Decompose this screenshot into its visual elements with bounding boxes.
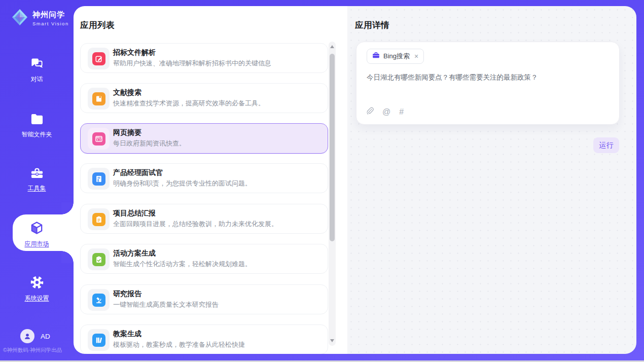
sidebar-item-settings[interactable]: 系统设置 <box>0 275 74 303</box>
scrollbar-thumb[interactable] <box>330 54 335 241</box>
app-desc: 每日政府新闻资讯快查。 <box>113 139 186 148</box>
list-item-project-summary[interactable]: 项目总结汇报 全面回顾项目进展，总结经验教训，助力未来优化发展。 <box>80 204 328 234</box>
book-icon <box>88 88 110 110</box>
folder-icon <box>30 119 44 127</box>
tool-chip-label: Bing搜索 <box>383 52 410 61</box>
app-desc: 一键智能生成高质量长文本研究报告 <box>113 300 219 309</box>
sidebar-item-label: 系统设置 <box>0 294 74 303</box>
blob-corner-bottom <box>61 251 74 263</box>
prompt-card: Bing搜索 × 今日湖北有哪些新闻要点？有哪些需要关注的最新政策？ @ # <box>356 42 620 125</box>
app-name: 项目总结汇报 <box>113 209 156 218</box>
microscope-icon <box>88 289 110 311</box>
copyright-text: ©神州数码·神州问学出品 <box>3 347 72 354</box>
toolbox-icon <box>30 172 44 181</box>
brand-subtitle: Smart Vision <box>32 21 69 26</box>
app-list-panel: 应用列表 招标文件解析 帮助用户快速、准确地理解和解析招标书中的关键信息 <box>74 6 347 354</box>
app-name: 研究报告 <box>113 289 141 299</box>
clipboard-check-icon <box>88 248 110 270</box>
app-name: 产品经理面试官 <box>113 168 163 177</box>
clipboard-report-icon <box>88 208 110 230</box>
brand-logo: 神州问学 Smart Vision <box>10 8 69 29</box>
browser-code-icon <box>88 128 110 150</box>
tool-chip-bing-search[interactable]: Bing搜索 × <box>367 49 424 64</box>
hashtag-icon[interactable]: # <box>399 108 404 116</box>
user-account[interactable]: AD <box>20 329 50 343</box>
app-name: 教案生成 <box>113 330 141 339</box>
sidebar-item-label: 应用市场 <box>0 240 74 248</box>
mention-icon[interactable]: @ <box>382 108 390 116</box>
user-initials: AD <box>41 333 50 340</box>
blob-corner-top <box>61 202 74 214</box>
app-desc: 模板驱动，教案秒成，教学准备从此轻松快捷 <box>113 340 245 349</box>
avatar <box>20 329 34 343</box>
sidebar-item-smart-folder[interactable]: 智能文件夹 <box>0 113 74 139</box>
app-name: 网页摘要 <box>113 128 141 137</box>
page-title-app-list: 应用列表 <box>80 20 115 31</box>
app-desc: 快速精准查找学术资源，提高研究效率的必备工具。 <box>113 99 265 108</box>
app-desc: 全面回顾项目进展，总结经验教训，助力未来优化发展。 <box>113 220 278 229</box>
edit-document-icon <box>88 48 110 69</box>
sidebar-item-chat[interactable]: 对话 <box>0 57 74 84</box>
list-item-web-summary[interactable]: 网页摘要 每日政府新闻资讯快查。 <box>80 123 328 154</box>
sidebar-item-label: 智能文件夹 <box>0 130 74 139</box>
chat-icon <box>30 63 44 72</box>
chip-close-icon[interactable]: × <box>414 53 418 60</box>
scroll-down-arrow[interactable] <box>330 339 334 342</box>
app-desc: 明确身份和职责，为您提供专业性的面试问题。 <box>113 179 252 188</box>
cube-icon <box>29 228 44 237</box>
interview-doc-icon <box>88 168 110 190</box>
page-title-app-detail: 应用详情 <box>355 20 389 31</box>
app-name: 文献搜索 <box>113 88 141 97</box>
sidebar-item-toolset[interactable]: 工具集 <box>0 166 74 193</box>
app-desc: 智能生成个性化活动方案，轻松解决规划难题。 <box>113 260 252 269</box>
brand-name: 神州问学 <box>32 10 69 20</box>
prompt-toolbar: @ # <box>366 107 404 117</box>
app-frame: 神州问学 Smart Vision 对话 智能文件夹 <box>0 0 644 360</box>
list-item-pm-interviewer[interactable]: 产品经理面试官 明确身份和职责，为您提供专业性的面试问题。 <box>80 163 328 193</box>
gear-icon <box>30 282 44 291</box>
list-item-research-report[interactable]: 研究报告 一键智能生成高质量长文本研究报告 <box>80 284 328 314</box>
brand-diamond-icon <box>10 8 29 29</box>
paperclip-icon[interactable] <box>366 107 374 117</box>
briefcase-icon <box>372 52 380 61</box>
list-item-literature-search[interactable]: 文献搜索 快速精准查找学术资源，提高研究效率的必备工具。 <box>80 83 328 113</box>
list-scrollbar[interactable] <box>329 42 336 346</box>
sidebar-item-label: 工具集 <box>0 184 74 193</box>
app-detail-panel: 应用详情 Bing搜索 × 今日湖北有哪些新闻要点？有哪些需要关注的最新政策？ <box>347 6 636 354</box>
app-name: 招标文件解析 <box>113 48 156 57</box>
app-name: 活动方案生成 <box>113 249 156 258</box>
books-icon <box>88 329 110 351</box>
scroll-up-arrow[interactable] <box>330 45 334 48</box>
app-desc: 帮助用户快速、准确地理解和解析招标书中的关键信息 <box>113 59 271 68</box>
sidebar-item-app-market[interactable]: 应用市场 <box>0 221 74 248</box>
prompt-input[interactable]: 今日湖北有哪些新闻要点？有哪些需要关注的最新政策？ <box>367 73 610 82</box>
list-item-event-plan[interactable]: 活动方案生成 智能生成个性化活动方案，轻松解决规划难题。 <box>80 244 328 274</box>
run-button[interactable]: 运行 <box>593 137 619 153</box>
sidebar-item-label: 对话 <box>0 75 74 84</box>
list-item-lesson-plan[interactable]: 教案生成 模板驱动，教案秒成，教学准备从此轻松快捷 <box>80 324 328 354</box>
list-item-bid-analysis[interactable]: 招标文件解析 帮助用户快速、准确地理解和解析招标书中的关键信息 <box>80 43 328 73</box>
